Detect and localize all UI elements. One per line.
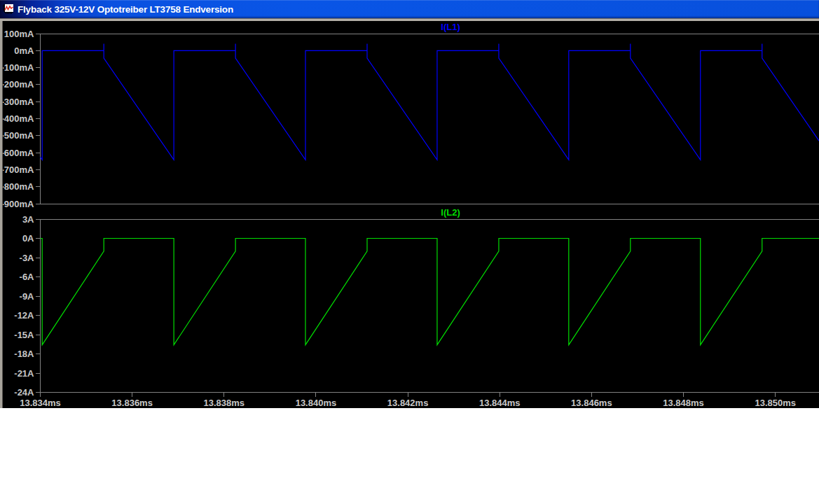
y-tick-label: -800mA: [1, 181, 35, 192]
title-bar[interactable]: Flyback 325V-12V Optotreiber LT3758 Endv…: [0, 0, 819, 18]
plot-client-area[interactable]: 100mA0mA-100mA-200mA-300mA-400mA-500mA-6…: [0, 21, 819, 408]
y-tick-label: -600mA: [1, 148, 35, 158]
y-tick-label: -400mA: [1, 113, 35, 124]
x-tick-label: 13.840ms: [296, 398, 337, 408]
x-tick-label: 13.838ms: [204, 398, 245, 408]
trace-label-il2[interactable]: I(L2): [41, 207, 819, 218]
trace-il1: [41, 44, 819, 160]
x-tick-label: 13.848ms: [663, 398, 704, 408]
x-tick-label: 13.844ms: [479, 398, 521, 408]
y-tick-label: -24A: [14, 387, 34, 398]
y-tick-label: -700mA: [1, 164, 35, 175]
x-tick-label: 13.846ms: [571, 398, 612, 408]
y-tick-label: -9A: [20, 291, 35, 302]
x-tick-label: 13.842ms: [387, 398, 429, 408]
y-tick-label: -3A: [20, 253, 35, 263]
trace-il2: [41, 239, 819, 345]
waveform-icon-graphic: [3, 4, 14, 15]
y-tick-label: -900mA: [1, 199, 35, 209]
y-tick-label: -500mA: [1, 130, 35, 141]
y-tick-label: 100mA: [4, 29, 34, 39]
waveform-icon[interactable]: [3, 4, 14, 15]
y-tick-label: -300mA: [1, 97, 35, 107]
y-tick-label: -18A: [14, 349, 34, 359]
x-tick-label: 13.834ms: [20, 398, 61, 408]
y-tick-label: 3A: [22, 214, 34, 225]
y-tick-label: 0A: [22, 233, 34, 244]
y-tick-label: -12A: [14, 310, 34, 321]
trace-label-il1[interactable]: I(L1): [41, 22, 819, 32]
y-tick-label: -6A: [20, 272, 35, 282]
x-tick-label: 13.850ms: [755, 398, 796, 408]
y-tick-label: 0mA: [14, 46, 34, 56]
window-left-border: [0, 21, 3, 408]
waveform-viewer-window: Flyback 325V-12V Optotreiber LT3758 Endv…: [0, 0, 819, 408]
desktop-background: [0, 408, 819, 504]
x-tick-label: 13.836ms: [111, 398, 153, 408]
y-tick-label: -100mA: [1, 62, 35, 73]
y-tick-label: -200mA: [1, 79, 35, 90]
y-tick-label: -21A: [14, 368, 34, 379]
y-tick-label: -15A: [14, 330, 34, 340]
window-title: Flyback 325V-12V Optotreiber LT3758 Endv…: [18, 0, 233, 18]
